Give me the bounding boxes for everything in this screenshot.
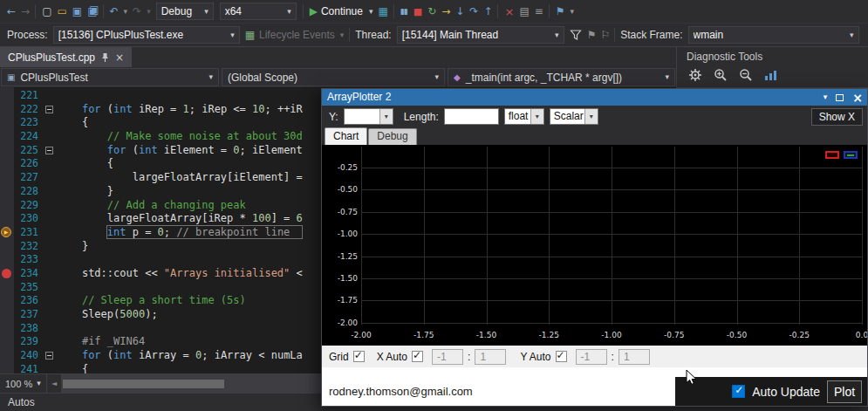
fold-margin [44, 322, 57, 336]
maximize-icon[interactable] [836, 94, 844, 101]
breakpoint-indicator[interactable] [0, 267, 14, 281]
y-auto-checkbox[interactable]: ✓ [556, 351, 567, 362]
chevron-down-icon: ▾ [379, 109, 393, 124]
length-input[interactable] [444, 108, 499, 125]
flag-outline-icon[interactable]: ⚐ [600, 30, 609, 40]
gridline-vertical [487, 147, 488, 325]
gutter-cell [0, 185, 14, 199]
tab-cplusplustest-cpp[interactable]: CPlusPlusTest.cpp × [0, 47, 132, 67]
chevron-down-icon: ▾ [555, 31, 559, 39]
plot-button[interactable]: Plot [827, 380, 862, 403]
stack-frame-combo[interactable]: wmain ▾ [688, 26, 859, 44]
toolbar-options-icon[interactable]: ▾ [571, 8, 574, 16]
lifecycle-events-label[interactable]: Lifecycle Events [259, 29, 335, 41]
zoom-control[interactable]: 100 % ▾ [0, 374, 47, 393]
y-max-input[interactable]: 1 [619, 349, 650, 365]
gridline-vertical [549, 147, 550, 325]
show-x-button[interactable]: Show X [811, 108, 863, 126]
show-next-statement-icon[interactable]: → [441, 6, 449, 17]
tab-chart[interactable]: Chart [325, 127, 367, 145]
fold-collapse-control[interactable] [44, 144, 57, 158]
step-into-icon[interactable]: ↓ [455, 6, 463, 17]
grid-checkbox[interactable]: ✓ [353, 351, 365, 362]
filter-threads-icon[interactable] [570, 29, 582, 41]
navigate-backward-icon[interactable]: ← [7, 6, 15, 17]
output-window-icon[interactable]: ▤ [519, 6, 528, 17]
x-auto-checkbox[interactable]: ✓ [412, 351, 423, 362]
autos-title: Autos [8, 396, 35, 408]
step-over-icon[interactable]: ↷ [469, 6, 477, 17]
project-combo[interactable]: ▣ CPlusPlusTest ▾ [1, 68, 219, 86]
x-tick-label: -1.75 [407, 331, 441, 339]
solution-platform-combo[interactable]: x64▾ [220, 3, 297, 20]
arrayplotter-statusbar: rodney.thomson@gmail.com ✓ Auto Update P… [322, 367, 867, 406]
undo-dropdown-icon[interactable]: ▾ [124, 8, 127, 16]
arrayplotter-titlebar[interactable]: ArrayPlotter 2 ▾ × [322, 89, 867, 106]
scrollbar-thumb[interactable] [63, 380, 224, 388]
save-all-icon[interactable]: ▣ [87, 6, 96, 17]
flag-icon[interactable]: ⚑ [587, 30, 596, 40]
toolbar-separator [549, 4, 550, 18]
chevron-down-icon: ▾ [204, 8, 208, 16]
scroll-left-arrow[interactable]: ◄ [47, 380, 61, 387]
arrayplotter-tabstrip: Chart Debug [322, 127, 867, 145]
step-out-icon[interactable]: ↑ [483, 6, 491, 17]
save-icon[interactable]: ▣ [72, 6, 81, 17]
redo-icon[interactable]: ↷ [133, 6, 140, 17]
break-all-icon[interactable]: ▮▮ [400, 8, 407, 16]
range-separator: : [612, 351, 614, 363]
fold-collapse-control[interactable] [44, 103, 57, 117]
zoom-value: 100 % [5, 379, 32, 389]
mode-combo-value: Scalar [550, 109, 584, 124]
scope-combo[interactable]: (Global Scope) ▾ [222, 68, 445, 86]
continue-button[interactable]: ▶Continue [310, 5, 363, 17]
line-number: 235 [14, 281, 44, 295]
stack-frame-combo-value: wmain [694, 29, 844, 41]
indent [57, 199, 107, 211]
zoom-out-icon[interactable] [739, 68, 753, 82]
thread-combo[interactable]: [15144] Main Thread ▾ [397, 26, 564, 44]
x-min-input[interactable]: -1 [432, 349, 463, 365]
gutter-cell [0, 130, 14, 144]
arrayplotter-toolbar: Y: ▾ Length: float ▾ Scalar ▾ Show X [322, 106, 867, 127]
y-min-input[interactable]: -1 [576, 349, 607, 365]
solution-configuration-combo[interactable]: Debug▾ [156, 3, 214, 20]
mode-combo[interactable]: Scalar ▾ [550, 108, 598, 125]
type-combo[interactable]: float ▾ [504, 108, 544, 125]
new-file-icon[interactable]: ▢ [42, 6, 51, 17]
chevron-down-icon: ▾ [340, 31, 345, 39]
immediate-window-icon[interactable]: ≡ [535, 6, 543, 17]
redo-dropdown-icon[interactable]: ▾ [147, 8, 150, 16]
gear-icon[interactable] [688, 68, 702, 82]
restart-icon[interactable]: ↻ [427, 6, 435, 17]
snapshot-icon[interactable]: ▦ [379, 6, 387, 17]
y-array-combo[interactable]: ▾ [344, 108, 393, 125]
code-token: 1 [183, 103, 189, 115]
fold-margin [44, 281, 57, 295]
code-text: Sleep(5000); [57, 308, 158, 322]
pin-icon[interactable] [101, 52, 109, 63]
code-token: ); [145, 308, 157, 320]
fold-collapse-control[interactable] [44, 349, 57, 363]
gutter-cell [0, 308, 14, 322]
close-icon[interactable]: × [852, 92, 863, 104]
gutter-cell [0, 144, 14, 158]
events-chart-icon[interactable] [764, 69, 778, 81]
close-icon[interactable]: × [115, 51, 124, 64]
continue-dropdown-icon[interactable]: ▾ [369, 8, 372, 16]
navigate-forward-icon[interactable]: → [21, 6, 29, 17]
auto-update-checkbox[interactable]: ✓ [732, 385, 745, 398]
delete-all-breakpoints-icon[interactable]: × [504, 6, 513, 17]
method-combo[interactable]: ◆ _tmain(int argc, _TCHAR * argv[]) ▾ [448, 68, 675, 86]
window-position-icon[interactable]: ▾ [824, 93, 828, 101]
stop-debugging-icon[interactable]: ■ [413, 7, 421, 17]
process-combo[interactable]: [15136] CPlusPlusTest.exe ▾ [53, 26, 240, 44]
code-token: int [107, 226, 126, 238]
x-max-input[interactable]: 1 [475, 349, 506, 365]
current-statement-indicator[interactable]: ▶ [0, 226, 14, 240]
undo-icon[interactable]: ↶ [110, 6, 118, 17]
tab-debug[interactable]: Debug [368, 128, 416, 145]
zoom-in-icon[interactable] [714, 68, 728, 82]
open-file-icon[interactable]: ▭ [57, 6, 65, 17]
bookmark-icon[interactable]: ⚑ [556, 6, 564, 17]
